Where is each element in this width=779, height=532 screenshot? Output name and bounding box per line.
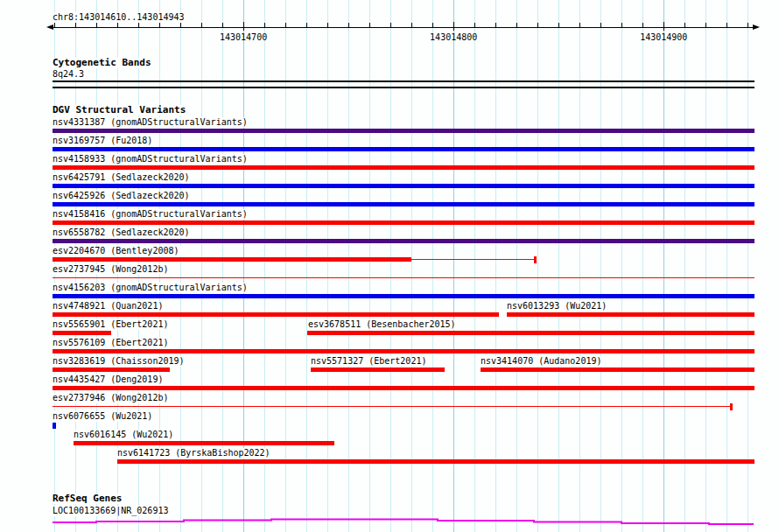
variant-bar[interactable] [53, 220, 754, 225]
variant-extent-line[interactable] [53, 277, 754, 278]
variant-label: nsv6141723 (ByrskaBishop2022) [117, 448, 272, 458]
variant-bar[interactable] [53, 202, 754, 206]
ruler-minor-tick [705, 23, 706, 28]
axis-tick-label: 143014900 [637, 32, 690, 42]
variant-bar[interactable] [53, 386, 754, 390]
ruler-minor-tick [285, 23, 286, 28]
ruler-minor-tick [159, 23, 160, 28]
variant-end-tick[interactable] [730, 403, 733, 410]
ruler-minor-tick [684, 23, 685, 28]
ruler-minor-tick [264, 23, 265, 28]
variant-bar[interactable] [53, 184, 754, 188]
track-title-cytobands: Cytogenetic Bands [53, 58, 153, 68]
ruler-minor-tick [180, 23, 181, 28]
variant-label: nsv6016145 (Wu2021) [74, 430, 175, 440]
variant-point-mark[interactable] [53, 423, 56, 429]
variant-label: nsv5565901 (Ebert2021) [53, 319, 170, 330]
variant-label: esv2737946 (Wong2012b) [53, 393, 170, 403]
ruler-major-tick [663, 22, 664, 31]
ruler-minor-tick [96, 23, 97, 28]
cytoband-label: 8q24.3 [53, 69, 86, 80]
cytoband-bar[interactable] [53, 80, 754, 88]
variant-bar[interactable] [53, 294, 754, 298]
variant-label: nsv3414070 (Audano2019) [481, 356, 603, 367]
track-title-dgv: DGV Structural Variants [53, 105, 187, 116]
variant-label: nsv6076655 (Wu2021) [53, 411, 154, 422]
variant-bar[interactable] [53, 257, 411, 262]
ruler-minor-tick [117, 23, 118, 28]
axis-tick-label: 143014700 [217, 32, 270, 42]
ruler-axis-line [51, 27, 754, 28]
variant-bar[interactable] [53, 147, 754, 151]
ruler-minor-tick [726, 23, 727, 28]
variant-bar[interactable] [117, 459, 754, 464]
ruler-minor-tick [222, 23, 223, 28]
variant-bar[interactable] [307, 331, 754, 335]
variant-bar[interactable] [74, 441, 334, 445]
ruler-minor-tick [75, 23, 76, 28]
variant-bar[interactable] [481, 368, 754, 372]
ruler-minor-tick [474, 23, 475, 28]
variant-label: esv2737945 (Wong2012b) [53, 264, 170, 275]
variant-bar[interactable] [311, 368, 445, 372]
variant-label: nsv5576109 (Ebert2021) [53, 338, 170, 348]
ruler-major-tick [453, 22, 454, 31]
ruler-minor-tick [642, 23, 643, 28]
region-label: chr8:143014610..143014943 [53, 12, 186, 23]
variant-label: nsv6013293 (Wu2021) [507, 301, 608, 312]
ruler-minor-tick [621, 23, 622, 28]
variant-bar[interactable] [53, 312, 499, 317]
ruler-minor-tick [537, 23, 538, 28]
ruler-minor-tick [390, 23, 391, 28]
genome-browser-view: chr8:143014610..143014943 14301470014301… [0, 0, 779, 532]
variant-bar[interactable] [53, 239, 754, 243]
variant-bar[interactable] [53, 129, 754, 133]
ruler-major-tick [243, 22, 244, 31]
variant-label: esv2204670 (Bentley2008) [53, 246, 181, 256]
ruler-minor-tick [600, 23, 601, 28]
ruler-minor-tick [579, 23, 580, 28]
variant-label: esv3678511 (Besenbacher2015) [308, 319, 458, 330]
variant-bar[interactable] [53, 368, 170, 372]
ruler-minor-tick [516, 23, 517, 28]
variant-label: nsv6558782 (Sedlazeck2020) [53, 228, 192, 238]
variant-bar[interactable] [53, 349, 754, 354]
ruler-minor-tick [558, 23, 559, 28]
variant-label: nsv4158416 (gnomADStructuralVariants) [53, 209, 249, 220]
ruler-minor-tick [348, 23, 349, 28]
refseq-gene-glyph[interactable] [48, 515, 761, 528]
ruler-minor-tick [201, 23, 202, 28]
variant-label: nsv5571327 (Ebert2021) [311, 356, 428, 367]
ruler-minor-tick [411, 23, 412, 28]
ruler-minor-tick [306, 23, 307, 28]
ruler-minor-tick [138, 23, 139, 28]
variant-label: nsv4156203 (gnomADStructuralVariants) [53, 283, 249, 293]
variant-bar[interactable] [53, 331, 111, 335]
variant-extent-line[interactable] [411, 259, 535, 260]
variant-label: nsv4331387 (gnomADStructuralVariants) [53, 117, 249, 128]
ruler-minor-tick [327, 23, 328, 28]
ruler-arrow-right-icon [753, 24, 760, 30]
ruler-arrow-left-icon [46, 24, 53, 30]
variant-label: nsv4435427 (Deng2019) [53, 374, 165, 385]
variant-bar[interactable] [53, 165, 754, 170]
variant-label: nsv4158933 (gnomADStructuralVariants) [53, 154, 249, 164]
variant-label: nsv6425926 (Sedlazeck2020) [53, 191, 192, 201]
ruler-minor-tick [747, 23, 748, 28]
ruler-minor-tick [495, 23, 496, 28]
ruler-minor-tick [54, 23, 55, 28]
variant-label: nsv6425791 (Sedlazeck2020) [53, 172, 192, 183]
variant-label: nsv3169757 (Fu2018) [53, 136, 154, 146]
variant-label: nsv3283619 (Chaisson2019) [53, 356, 186, 367]
variant-extent-line[interactable] [53, 406, 731, 407]
variant-end-tick[interactable] [534, 256, 537, 263]
ruler-minor-tick [369, 23, 370, 28]
track-title-refseq: RefSeq Genes [53, 494, 123, 504]
ruler-minor-tick [432, 23, 433, 28]
axis-tick-label: 143014800 [427, 32, 480, 42]
variant-bar[interactable] [507, 312, 754, 317]
variant-label: nsv4748921 (Quan2021) [53, 301, 165, 312]
refseq-gene-label: LOC100133669|NR_026913 [53, 506, 170, 516]
